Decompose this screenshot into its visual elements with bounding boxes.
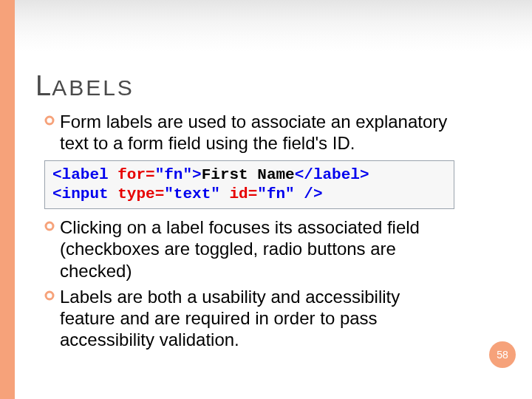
code-token: <label (52, 166, 109, 183)
ring-bullet-icon (44, 290, 55, 301)
code-token: "fn" (257, 185, 294, 202)
slide: LABELS Form labels are used to associate… (0, 0, 532, 399)
svg-point-0 (46, 117, 53, 124)
code-token: id= (220, 185, 257, 202)
code-line: <label for="fn">First Name</label> (52, 166, 446, 185)
code-line: <input type="text" id="fn" /> (52, 185, 446, 204)
code-example-box: <label for="fn">First Name</label> <inpu… (44, 160, 454, 210)
bullet-item: Form labels are used to associate an exp… (44, 111, 458, 154)
ring-bullet-icon (44, 221, 55, 231)
slide-content: Form labels are used to associate an exp… (44, 111, 458, 355)
code-token: First Name (202, 166, 295, 183)
top-gradient (15, 0, 532, 52)
code-token: <input (52, 185, 109, 202)
code-token: "fn" (155, 166, 192, 183)
ring-bullet-icon (44, 115, 55, 126)
code-token: /> (295, 185, 323, 202)
bullet-item: Labels are both a usability and accessib… (44, 286, 458, 351)
svg-point-1 (46, 222, 53, 230)
bullet-text: Clicking on a label focuses its associat… (60, 216, 458, 282)
bullet-text: Labels are both a usability and accessib… (60, 286, 458, 351)
bullet-item: Clicking on a label focuses its associat… (44, 216, 458, 282)
title-initial: L (35, 70, 52, 101)
page-number-badge: 58 (489, 341, 516, 368)
svg-point-2 (46, 292, 53, 299)
slide-title: LABELS (35, 70, 134, 102)
code-token: for= (109, 166, 155, 183)
bullet-text: Form labels are used to associate an exp… (60, 111, 458, 154)
title-rest: ABELS (52, 75, 134, 100)
code-token: "text" (164, 185, 220, 202)
code-token: type= (109, 185, 165, 202)
page-number: 58 (497, 349, 508, 361)
code-token: > (192, 166, 202, 183)
code-token: </label> (295, 166, 369, 183)
left-accent-bar (0, 0, 15, 399)
